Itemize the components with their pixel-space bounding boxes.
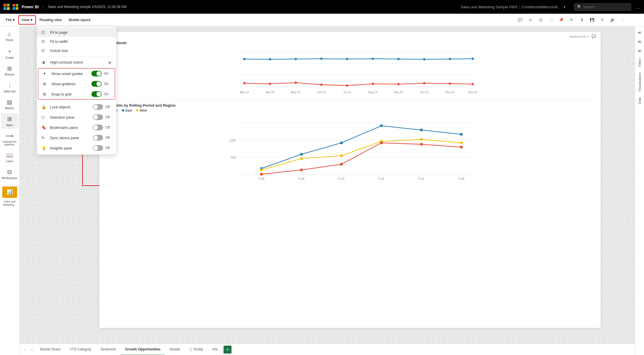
tab-add-button[interactable]: + xyxy=(224,346,232,354)
sidebar-item-apps[interactable]: ⊞ Apps xyxy=(1,113,18,129)
right-panel-toggle-btn[interactable]: ≪ xyxy=(636,38,644,46)
high-contrast-label: High-contrast colors xyxy=(50,60,106,64)
dropdown-smart-guides[interactable]: ✦ Show smart guides On xyxy=(38,68,115,79)
sidebar-item-data-hub[interactable]: ⋮ Data hub xyxy=(1,80,18,95)
filters-label[interactable]: Filters xyxy=(638,56,641,69)
insights-icon[interactable]: ⊙ xyxy=(526,16,534,24)
tab-ytd-category[interactable]: YTD Category xyxy=(65,344,96,355)
sync-toggle[interactable] xyxy=(93,135,103,141)
sidebar-item-home[interactable]: ⌂ Home xyxy=(1,29,18,44)
insights-toggle-group: Off xyxy=(93,145,112,151)
share-icon[interactable]: ⬚ xyxy=(547,16,555,24)
highlight-icon[interactable]: ✎ xyxy=(598,16,606,24)
svg-text:500: 500 xyxy=(231,156,236,159)
dropdown-snap-to-grid[interactable]: ⊞ Snap to grid On xyxy=(38,89,115,99)
right-panel-btn2[interactable]: ≪ xyxy=(636,47,644,55)
tab-details[interactable]: Details xyxy=(165,344,185,355)
data-label[interactable]: Data xyxy=(638,95,641,106)
bookmarks-toggle[interactable] xyxy=(93,125,103,130)
learn-icon: 📖 xyxy=(6,152,13,159)
tab-next-btn[interactable]: › xyxy=(29,346,35,353)
svg-point-42 xyxy=(340,141,343,144)
sidebar-item-workspaces[interactable]: ⊟ Workspaces xyxy=(1,166,18,182)
actual-size-label: Actual size xyxy=(50,48,112,53)
insights-toggle[interactable] xyxy=(93,145,103,151)
search-input[interactable] xyxy=(583,5,623,9)
comment-icon[interactable]: 💬 xyxy=(516,16,524,24)
gridlines-toggle[interactable] xyxy=(91,81,102,87)
title-separator: | xyxy=(43,5,44,9)
snap-grid-toggle-label: On xyxy=(104,92,110,96)
svg-point-47 xyxy=(300,157,303,160)
menu-view[interactable]: View ▾ xyxy=(18,15,36,25)
file-path-dropdown[interactable]: ▾ xyxy=(564,5,565,9)
bookmarks-toggle-group: Off xyxy=(93,125,112,130)
search-box[interactable]: 🔍 xyxy=(574,3,631,11)
export-icon[interactable]: ⬆ xyxy=(578,16,586,24)
gridlines-toggle-group: On xyxy=(91,81,110,87)
right-panel: ≪ ≪ ≪ Filters Visualizations Data xyxy=(635,26,644,355)
svg-point-23 xyxy=(472,83,474,85)
audio-icon[interactable]: 🔊 xyxy=(609,16,617,24)
tab-prev-btn[interactable]: ‹ xyxy=(22,346,29,353)
menu-reading-view[interactable]: Reading view xyxy=(36,15,65,25)
snap-grid-toggle[interactable] xyxy=(91,91,102,97)
contrast-icon: ◑ xyxy=(41,60,47,64)
dropdown-actual-size[interactable]: ⊡ Actual size xyxy=(37,46,116,55)
smart-guides-label: Show smart guides xyxy=(51,72,88,76)
svg-text:Nov-14: Nov-14 xyxy=(445,91,455,94)
dropdown-fit-to-page[interactable]: ⊡ Fit to page xyxy=(37,28,116,37)
svg-text:P-00: P-00 xyxy=(458,177,464,180)
dropdown-sync-slicers[interactable]: ↻ Sync slicers pane Off xyxy=(37,133,116,143)
file-path: Sales and Marketing Sample PBIX | Confid… xyxy=(461,5,565,9)
create-label: Create xyxy=(5,56,14,59)
sidebar-item-browse[interactable]: ⊞ Browse xyxy=(1,63,18,78)
east-dot xyxy=(122,109,124,111)
svg-point-9 xyxy=(372,58,374,60)
pin-icon[interactable]: 📌 xyxy=(557,16,565,24)
visualizations-label[interactable]: Visualizations xyxy=(638,70,641,94)
svg-point-17 xyxy=(320,84,323,86)
workspaces-icon: ⊟ xyxy=(7,169,12,175)
sales-thumbnail: 📊 xyxy=(2,186,17,198)
sidebar-item-metrics[interactable]: ▤ Metrics xyxy=(1,96,18,112)
svg-point-20 xyxy=(397,83,400,85)
refresh-icon[interactable]: ↻ xyxy=(567,16,575,24)
dropdown-fit-to-width[interactable]: ⊡ Fit to width xyxy=(37,37,116,46)
dropdown-gridlines[interactable]: ⊞ Show gridlines On xyxy=(38,79,115,89)
menu-file[interactable]: File ▾ xyxy=(2,15,18,25)
right-panel-collapse-btn[interactable]: ≪ xyxy=(636,29,644,36)
tab-growth-opportunities[interactable]: Growth Opportunities xyxy=(120,344,165,355)
sync-slicers-label: Sync slicers pane xyxy=(50,136,90,140)
comment-btn[interactable]: 💬 xyxy=(591,34,596,38)
tab-tooltip[interactable]: ⬡Tooltip xyxy=(185,344,208,355)
dropdown-lock-objects[interactable]: 🔒 Lock objects Off xyxy=(37,102,116,112)
report-brand-area: obvience llc © 💬 xyxy=(569,34,596,38)
overflow-icon[interactable]: ··· xyxy=(619,16,627,24)
more-button[interactable]: ... xyxy=(636,4,641,10)
home-label: Home xyxy=(6,38,13,42)
tab-market-share[interactable]: Market Share xyxy=(35,344,65,355)
tab-sentiment[interactable]: Sentiment xyxy=(96,344,120,355)
sidebar-item-sales-marketing[interactable]: 📊 Sales and Marketing... xyxy=(1,183,18,209)
grid-icon[interactable] xyxy=(3,4,10,10)
svg-text:Oct-14: Oct-14 xyxy=(420,91,428,94)
sidebar-item-learn[interactable]: 📖 Learn xyxy=(1,149,18,165)
menu-bar-wrapper: File ▾ View ▾ Reading view Mobile layout… xyxy=(0,14,644,26)
selection-toggle[interactable] xyxy=(93,114,103,120)
dropdown-high-contrast[interactable]: ◑ High-contrast colors ▶ xyxy=(37,58,116,67)
smart-guides-toggle-label: On xyxy=(104,72,110,76)
sidebar-item-deployment[interactable]: ⟶ Deployment pipelines xyxy=(1,130,18,148)
fit-width-icon: ⊡ xyxy=(41,39,47,44)
svg-point-14 xyxy=(243,82,245,84)
dropdown-insights-pane[interactable]: 💡 Insights pane Off xyxy=(37,143,116,153)
menu-mobile-layout[interactable]: Mobile layout xyxy=(65,15,94,25)
dropdown-selection-pane[interactable]: ◻ Selection pane Off xyxy=(37,112,116,122)
lock-toggle[interactable] xyxy=(93,104,103,110)
smart-guides-toggle[interactable] xyxy=(91,71,102,76)
dropdown-bookmarks-pane[interactable]: 🔖 Bookmarks pane Off xyxy=(37,122,116,133)
sidebar-item-create[interactable]: ＋ Create xyxy=(1,45,18,62)
focus-icon[interactable]: ⊡ xyxy=(537,16,545,24)
save-icon[interactable]: 💾 xyxy=(588,16,596,24)
tab-info[interactable]: Info xyxy=(208,344,222,355)
